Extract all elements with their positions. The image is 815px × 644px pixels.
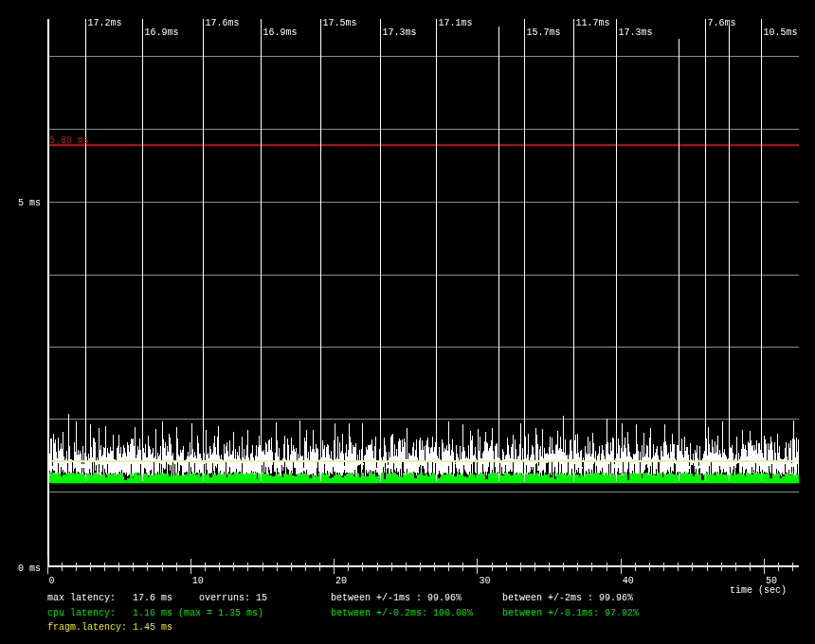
svg-text:time (sec): time (sec) (730, 585, 787, 596)
svg-text:1.16 ms (max = 1.35 ms): 1.16 ms (max = 1.35 ms) (133, 608, 263, 618)
svg-text:0: 0 (49, 576, 55, 586)
svg-text:20: 20 (335, 576, 347, 586)
svg-text:between +/-0.1ms: 97.92%: between +/-0.1ms: 97.92% (502, 608, 639, 618)
svg-text:cpu latency:: cpu latency: (47, 608, 116, 618)
svg-text:16.9ms: 16.9ms (263, 27, 298, 38)
svg-text:max latency:: max latency: (47, 593, 116, 603)
svg-text:10.5ms: 10.5ms (764, 27, 798, 38)
svg-text:between +/-0.2ms: 100.00%: between +/-0.2ms: 100.00% (331, 608, 473, 618)
svg-text:17.1ms: 17.1ms (439, 18, 473, 28)
svg-text:between +/-2ms : 99.96%: between +/-2ms : 99.96% (502, 593, 633, 603)
svg-text:17.5ms: 17.5ms (323, 18, 357, 28)
svg-text:7.6ms: 7.6ms (708, 18, 736, 28)
svg-text:17.3ms: 17.3ms (383, 27, 417, 38)
svg-text:5 ms: 5 ms (18, 198, 41, 208)
svg-text:fragm.latency: 1.45 ms: fragm.latency: 1.45 ms (47, 622, 172, 633)
svg-text:0 ms: 0 ms (18, 564, 41, 574)
svg-text:30: 30 (479, 576, 490, 586)
svg-text:17.6 ms: 17.6 ms (133, 593, 172, 603)
svg-text:15.7ms: 15.7ms (527, 27, 561, 38)
svg-text:5.80 ms: 5.80 ms (49, 135, 89, 146)
svg-text:between +/-1ms : 99.96%: between +/-1ms : 99.96% (331, 593, 462, 603)
svg-text:16.9ms: 16.9ms (145, 27, 179, 38)
svg-text:10: 10 (192, 576, 204, 586)
svg-text:17.6ms: 17.6ms (206, 18, 240, 28)
svg-text:40: 40 (623, 576, 634, 586)
svg-text:17.2ms: 17.2ms (88, 18, 122, 28)
svg-text:17.3ms: 17.3ms (619, 27, 653, 38)
svg-text:11.7ms: 11.7ms (576, 18, 610, 28)
svg-text:overruns: 15: overruns: 15 (199, 593, 267, 603)
